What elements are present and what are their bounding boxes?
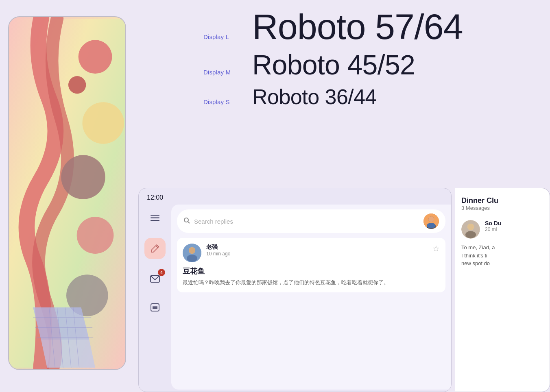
status-time: 12:00 xyxy=(147,194,163,201)
sender-name: 老强 xyxy=(206,244,428,251)
svg-point-4 xyxy=(61,155,105,199)
content-area: Display L Roboto 57/64 Display M Roboto … xyxy=(134,0,550,392)
message-item[interactable]: 老强 10 min ago ☆ 豆花鱼 最近忙吗？昨晚我去了你最爱的那家饭馆，点… xyxy=(177,238,445,292)
svg-point-2 xyxy=(68,76,86,94)
type-display-s: Roboto 36/44 xyxy=(252,84,377,109)
rp-preview-line3: new spot do xyxy=(461,259,543,268)
rp-preview-line1: To me, Ziad, a xyxy=(461,244,543,252)
rp-preview-line2: I think it's ti xyxy=(461,252,543,260)
rp-sender-name: So Du xyxy=(485,220,543,226)
status-bar: 12:00 xyxy=(139,188,451,205)
svg-marker-7 xyxy=(33,307,89,340)
user-avatar[interactable] xyxy=(423,213,439,229)
rp-message-time: 20 mi xyxy=(485,226,543,232)
card-sidebar: 4 xyxy=(139,205,171,390)
right-panel-item[interactable]: So Du 20 mi xyxy=(455,215,550,244)
message-time: 10 min ago xyxy=(206,251,428,257)
message-preview: 最近忙吗？昨晚我去了你最爱的那家饭馆，点了他们的特色豆花鱼，吃着吃着就想你了。 xyxy=(183,279,440,287)
message-header: 老强 10 min ago ☆ xyxy=(183,244,440,262)
inbox-icon[interactable]: 4 xyxy=(146,270,164,287)
type-row-display-m: Display M Roboto 45/52 xyxy=(203,50,541,80)
svg-rect-18 xyxy=(151,220,159,221)
type-row-display-s: Display S Roboto 36/44 xyxy=(203,84,541,109)
card-layout: 4 xyxy=(139,205,451,390)
right-panel: Dinner Clu 3 Messages So Du 20 mi To me,… xyxy=(455,188,550,392)
card-main-content: Search replies xyxy=(171,205,451,390)
message-subject: 豆花鱼 xyxy=(183,266,440,276)
svg-point-3 xyxy=(82,102,124,144)
svg-point-35 xyxy=(189,247,195,254)
sender-avatar xyxy=(183,244,201,262)
phone-frame xyxy=(8,16,126,370)
svg-point-34 xyxy=(187,255,197,262)
svg-point-1 xyxy=(79,40,112,74)
type-row-display-l: Display L Roboto 57/64 xyxy=(203,8,541,46)
svg-point-30 xyxy=(427,223,436,229)
compose-fab-button[interactable] xyxy=(144,238,166,259)
inbox-badge: 4 xyxy=(158,269,165,276)
svg-point-38 xyxy=(465,231,476,238)
svg-rect-17 xyxy=(151,218,159,219)
type-display-l: Roboto 57/64 xyxy=(252,8,463,46)
type-display-m: Roboto 45/52 xyxy=(252,50,415,80)
svg-point-25 xyxy=(184,218,188,222)
type-label-display-l: Display L xyxy=(203,33,252,40)
message-meta: 老强 10 min ago xyxy=(206,244,428,257)
svg-rect-16 xyxy=(151,215,159,216)
right-panel-title: Dinner Clu xyxy=(461,196,543,205)
svg-point-31 xyxy=(428,216,434,222)
svg-line-26 xyxy=(188,222,190,223)
search-icon xyxy=(183,217,190,225)
svg-marker-8 xyxy=(41,340,95,368)
star-icon[interactable]: ☆ xyxy=(432,244,440,253)
ui-card: 12:00 xyxy=(138,188,452,392)
type-label-display-s: Display S xyxy=(203,98,252,105)
right-panel-count: 3 Messages xyxy=(461,205,543,211)
search-bar[interactable]: Search replies xyxy=(177,209,445,233)
right-panel-header: Dinner Clu 3 Messages xyxy=(455,188,550,215)
typography-section: Display L Roboto 57/64 Display M Roboto … xyxy=(203,8,541,114)
list-icon[interactable] xyxy=(146,299,164,316)
rp-meta: So Du 20 mi xyxy=(485,220,543,232)
sidebar-menu-icon[interactable] xyxy=(146,209,164,226)
svg-point-39 xyxy=(467,224,474,230)
rp-preview-block: To me, Ziad, a I think it's ti new spot … xyxy=(455,244,550,268)
search-input-placeholder: Search replies xyxy=(194,218,419,225)
type-label-display-m: Display M xyxy=(203,69,252,76)
svg-point-5 xyxy=(77,217,114,254)
rp-sender-avatar xyxy=(461,220,480,239)
phone-mockup xyxy=(0,0,134,392)
